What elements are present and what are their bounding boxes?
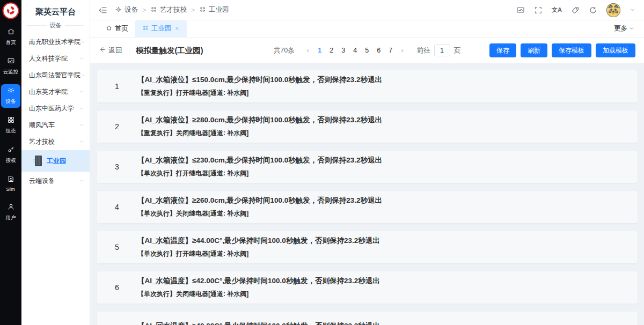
sidebar-item-org-2[interactable]: 人文科技学院 (21, 50, 90, 67)
chevron-down-icon (79, 105, 84, 113)
page-button-2[interactable]: 2 (326, 46, 338, 55)
breadcrumb-item-devices[interactable]: 设备 (115, 5, 138, 14)
org-label: 山东中医药大学 (29, 104, 74, 113)
rule-row[interactable]: 6 【AI_水箱温度】≤42.00C°,最少保持时间100.0秒触发，否则保持2… (97, 271, 638, 304)
rail-item-label: 授权 (6, 157, 16, 164)
refresh-button[interactable]: 刷新 (521, 43, 547, 57)
pagination: 共70条 ‹ 1 2 3 4 5 6 7 › 前往 页 (274, 45, 460, 56)
rule-index: 4 (97, 203, 137, 211)
back-label: 返回 (108, 46, 122, 55)
rule-condition: 【AI_回水温度】≥40.00C°,最少保持时间100.0秒触发，否则保持23.… (137, 321, 380, 325)
refresh-icon[interactable] (589, 6, 597, 14)
breadcrumb-label: 工业园 (209, 5, 229, 14)
sidebar-item-org-6[interactable]: 顺风汽车 (21, 117, 90, 134)
chevron-down-icon (79, 178, 84, 185)
page-button-1[interactable]: 1 (314, 46, 326, 55)
org-label: 艺才技校 (29, 137, 55, 146)
app-root: 首页 云监控 设备 组态 授权 Sim 用户 聚英云平台 (0, 0, 644, 325)
rule-action: 【单次执行】关闭继电器[通道: 补水阀] (137, 290, 380, 299)
toolbar-buttons: 保存 刷新 保存模板 加载模板 (460, 43, 635, 57)
org-label: 人文科技学院 (29, 54, 68, 63)
sidebar-item-org-3[interactable]: 山东司法警官学院 (21, 67, 90, 84)
total-count: 共70条 (274, 46, 295, 55)
tag-icon[interactable] (571, 6, 580, 14)
chevron-down-icon[interactable] (630, 5, 635, 15)
tab-industrial-park[interactable]: 工业园 (135, 20, 187, 37)
page-button-4[interactable]: 4 (349, 46, 361, 55)
rail-item-authorize[interactable]: 授权 (1, 143, 20, 167)
rule-condition: 【AI_水箱液位】≤230.0cm,最少保持时间100.0秒触发，否则保持23.… (137, 156, 382, 165)
nav-rail: 首页 云监控 设备 组态 授权 Sim 用户 (0, 0, 21, 325)
tab-bar: 首页 工业园 更多 (90, 20, 644, 38)
tab-label: 首页 (115, 24, 128, 33)
trigger-rule-list: 1 【AI_水箱液位】≤150.0cm,最少保持时间100.0秒触发，否则保持2… (90, 63, 644, 325)
gear-icon (7, 86, 15, 97)
goto-page: 前往 页 (417, 45, 461, 56)
rule-row[interactable]: 7 【AI_回水温度】≥40.00C°,最少保持时间100.0秒触发，否则保持2… (97, 312, 638, 325)
rail-item-label: Sim (6, 186, 15, 191)
goto-page-input[interactable] (434, 45, 450, 56)
rail-item-scada[interactable]: 组态 (1, 114, 20, 137)
layout-icon (7, 116, 15, 126)
fullscreen-icon[interactable] (534, 6, 543, 14)
more-dropdown[interactable]: 更多 (614, 20, 644, 37)
rail-item-cloud-monitor[interactable]: 云监控 (1, 55, 20, 78)
goto-label: 前往 (417, 46, 430, 55)
back-button[interactable]: 返回 (99, 46, 122, 55)
close-icon[interactable] (174, 25, 180, 33)
rule-action: 【单次执行】关闭继电器[通道: 补水阀] (137, 209, 382, 218)
breadcrumb-separator: > (142, 6, 146, 14)
rule-row[interactable]: 4 【AI_水箱液位】≥260.0cm,最少保持时间100.0秒触发，否则保持2… (97, 191, 638, 223)
sidebar-item-cloud-devices[interactable]: 云端设备 (21, 173, 90, 189)
rule-index: 6 (97, 283, 137, 292)
rule-condition: 【AI_水箱温度】≤42.00C°,最少保持时间100.0秒触发，否则保持23.… (137, 276, 380, 286)
breadcrumb-item-park[interactable]: 工业园 (199, 5, 229, 14)
load-template-button[interactable]: 加载模板 (596, 43, 635, 57)
rail-item-home[interactable]: 首页 (1, 25, 20, 49)
sidebar-item-org-7[interactable]: 艺才技校 (21, 134, 90, 150)
page-button-3[interactable]: 3 (338, 46, 349, 55)
rail-item-label: 首页 (6, 39, 16, 46)
prev-page-button[interactable]: ‹ (302, 46, 314, 55)
divider (129, 47, 129, 55)
rule-row[interactable]: 3 【AI_水箱液位】≤230.0cm,最少保持时间100.0秒触发，否则保持2… (97, 151, 638, 183)
translate-icon[interactable]: 文A (552, 6, 562, 14)
rule-row[interactable]: 5 【AI_水箱温度】≥44.00C°,最少保持时间100.0秒触发，否则保持2… (97, 231, 638, 263)
rail-item-label: 组态 (6, 127, 16, 134)
group-icon (142, 25, 149, 33)
main-area: 设备 > 艺才技校 > 工业园 文A (90, 0, 644, 325)
rail-item-label: 设备 (6, 98, 16, 105)
sidebar-item-org-5[interactable]: 山东中医药大学 (21, 100, 90, 117)
brand-logo[interactable] (2, 2, 19, 19)
sidebar-item-org-4[interactable]: 山东英才学院 (21, 84, 90, 100)
rule-index: 2 (97, 122, 137, 131)
device-label: 工业园 (47, 157, 66, 166)
sim-card-icon (7, 175, 15, 185)
page-button-5[interactable]: 5 (361, 46, 373, 55)
rule-action: 【单次执行】打开继电器[通道: 补水阀] (137, 169, 382, 178)
collapse-sidebar-icon[interactable] (99, 6, 107, 14)
content-toolbar: 返回 模拟量触发(工业园) 共70条 ‹ 1 2 3 4 5 6 7 › 前往 (90, 38, 644, 63)
group-icon (150, 6, 157, 14)
page-button-6[interactable]: 6 (373, 46, 385, 55)
breadcrumb-item-school[interactable]: 艺才技校 (150, 5, 187, 14)
user-avatar[interactable] (606, 3, 620, 17)
rail-item-sim[interactable]: Sim (1, 173, 20, 195)
rail-item-users[interactable]: 用户 (1, 201, 20, 224)
breadcrumb-separator: > (191, 6, 195, 14)
chevron-down-icon (79, 122, 84, 129)
page-button-7[interactable]: 7 (385, 46, 397, 55)
sidebar-item-org-1[interactable]: 南充职业技术学院 (21, 34, 90, 50)
rule-row[interactable]: 2 【AI_水箱液位】≥280.0cm,最少保持时间100.0秒触发，否则保持2… (97, 110, 638, 143)
sidebar-item-industrial-park[interactable]: 工业园 (21, 150, 90, 172)
tab-home[interactable]: 首页 (99, 20, 135, 37)
rail-item-label: 用户 (6, 214, 16, 221)
rule-row[interactable]: 1 【AI_水箱液位】≤150.0cm,最少保持时间100.0秒触发，否则保持2… (97, 70, 638, 102)
rail-item-devices[interactable]: 设备 (1, 84, 20, 108)
save-button[interactable]: 保存 (489, 43, 516, 57)
tab-label: 工业园 (151, 24, 172, 33)
save-template-button[interactable]: 保存模板 (552, 43, 591, 57)
org-label: 山东司法警官学院 (29, 71, 80, 80)
next-page-button[interactable]: › (397, 46, 408, 55)
screen-chart-icon[interactable] (516, 6, 525, 14)
